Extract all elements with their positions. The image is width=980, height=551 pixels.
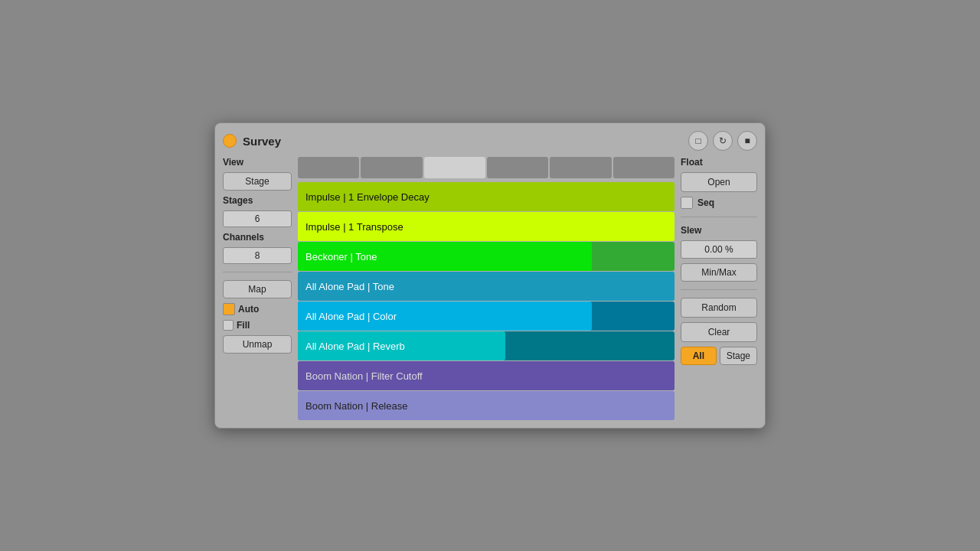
stages-label: Stages [223,195,292,206]
param-row-1[interactable]: Impulse | 1 Transpose [298,212,675,241]
fill-row: Fill [223,320,292,331]
minmax-button[interactable]: Min/Max [681,263,757,282]
clear-button[interactable]: Clear [681,322,757,342]
param-label-6: Boom Nation | Filter Cutoff [305,370,423,382]
stage-tab-6[interactable] [613,157,675,178]
seq-checkbox[interactable] [681,197,693,209]
slew-value[interactable]: 0.00 % [681,240,757,259]
main-content: View Stage Stages 6 Channels 8 Map Auto … [223,157,757,420]
middle-panel: Impulse | 1 Envelope Decay Impulse | 1 T… [298,157,675,420]
param-row-4[interactable]: All Alone Pad | Color [298,302,675,331]
auto-color-indicator [223,303,235,315]
survey-window: Survey □ ↻ ■ View Stage Stages 6 Channel… [214,122,766,429]
stage-tab-4[interactable] [487,157,548,178]
slew-label: Slew [681,225,757,236]
save-icon[interactable]: ■ [737,131,757,151]
param-row-5[interactable]: All Alone Pad | Reverb [298,331,675,360]
fill-label: Fill [237,320,250,331]
channels-label: Channels [223,232,292,243]
stages-value[interactable]: 6 [223,210,292,227]
title-left: Survey [223,134,281,148]
float-label: Float [681,157,757,168]
left-panel: View Stage Stages 6 Channels 8 Map Auto … [223,157,292,420]
param-label-2: Beckoner | Tone [305,251,377,262]
stage-tab-1[interactable] [298,157,359,178]
param-row-3[interactable]: All Alone Pad | Tone [298,272,675,301]
param-row-7[interactable]: Boom Nation | Release [298,391,675,420]
param-label-0: Impulse | 1 Envelope Decay [305,191,430,203]
param-label-5: All Alone Pad | Reverb [305,341,405,352]
param-row-0[interactable]: Impulse | 1 Envelope Decay [298,182,675,211]
param-row-6[interactable]: Boom Nation | Filter Cutoff [298,361,675,390]
stage-filter-button[interactable]: Stage [720,347,757,365]
all-stage-row: All Stage [681,347,757,365]
auto-row: Auto [223,303,292,315]
title-bar: Survey □ ↻ ■ [223,131,757,151]
all-button[interactable]: All [681,347,717,365]
stage-tab-3[interactable] [424,157,485,178]
map-button[interactable]: Map [223,280,292,298]
auto-label: Auto [238,304,259,315]
status-indicator [223,134,237,148]
random-button[interactable]: Random [681,298,757,318]
stage-tab-2[interactable] [361,157,422,178]
title-icons: □ ↻ ■ [688,131,757,151]
param-label-1: Impulse | 1 Transpose [305,221,403,233]
param-label-3: All Alone Pad | Tone [305,281,394,292]
fill-checkbox[interactable] [223,320,234,331]
window-title: Survey [243,135,281,148]
refresh-icon[interactable]: ↻ [713,131,733,151]
param-label-4: All Alone Pad | Color [305,311,397,322]
channels-value[interactable]: 8 [223,247,292,264]
stage-button[interactable]: Stage [223,172,292,191]
resize-icon[interactable]: □ [688,131,708,151]
unmap-button[interactable]: Unmap [223,335,292,354]
seq-row: Seq [681,197,757,209]
param-label-7: Boom Nation | Release [305,400,407,412]
param-row-2[interactable]: Beckoner | Tone [298,242,675,271]
stage-tab-5[interactable] [550,157,611,178]
seq-label: Seq [697,197,714,208]
stage-tabs [298,157,675,178]
view-label: View [223,157,292,168]
open-button[interactable]: Open [681,172,757,192]
right-panel: Float Open Seq Slew 0.00 % Min/Max Rando… [681,157,757,420]
